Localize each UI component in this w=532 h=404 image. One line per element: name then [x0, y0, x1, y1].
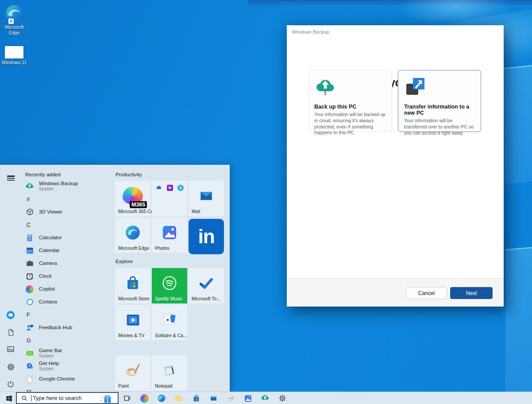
tile-app-group[interactable]: N S — [152, 181, 187, 216]
start-menu-expand-button[interactable] — [6, 171, 15, 181]
app-item-calculator[interactable]: Calculator — [25, 231, 114, 244]
search-icon — [21, 395, 27, 401]
start-app-list: Windows BackupSystem # 3D Viewer C Calcu… — [25, 180, 114, 392]
power-icon — [7, 380, 15, 388]
calculator-icon — [25, 233, 34, 242]
section-letter[interactable]: M — [25, 385, 114, 392]
documents-button[interactable] — [6, 327, 15, 337]
card-title: Back up this PC — [314, 104, 386, 110]
paint-button[interactable] — [226, 393, 235, 403]
app-sublabel: System — [39, 366, 59, 372]
group-header-explore[interactable]: Explore — [116, 259, 133, 264]
tile-label: Notepad — [155, 383, 173, 388]
gift-icon[interactable] — [103, 394, 112, 404]
search-input[interactable] — [32, 395, 96, 402]
tile-label: Photos — [155, 245, 170, 251]
desktop-icon-windows11[interactable]: Windows 11 — [0, 46, 28, 66]
calendar-icon — [25, 246, 34, 255]
start-button[interactable] — [4, 393, 14, 403]
tile-label: Microsoft To... — [192, 296, 220, 301]
cancel-button[interactable]: Cancel — [406, 287, 447, 299]
tile-solitaire[interactable]: ♠ Solitaire & Ca... — [152, 305, 187, 340]
file-thumbnail-icon — [5, 46, 23, 58]
onenote-icon: N — [167, 185, 173, 191]
app-item-google-chrome[interactable]: Google Chrome — [25, 373, 114, 385]
photos-button[interactable] — [243, 393, 253, 403]
gear-icon — [7, 363, 15, 371]
app-item-clock[interactable]: Clock — [25, 270, 114, 283]
group-header-productivity[interactable]: Productivity — [116, 172, 142, 177]
game-bar-icon — [25, 349, 34, 358]
app-label: Calendar — [39, 248, 60, 253]
windows-logo-icon — [5, 395, 13, 402]
file-explorer-button[interactable] — [174, 393, 184, 403]
section-letter[interactable]: F — [25, 308, 114, 321]
tile-microsoft-edge[interactable]: Microsoft Edge — [115, 218, 150, 253]
paint-palette-icon — [115, 358, 150, 383]
taskbar-search-box[interactable] — [16, 392, 119, 404]
desktop-icon-label: Microsoft Edge — [0, 24, 28, 35]
section-letter[interactable]: G — [25, 334, 114, 347]
app-item-3d-viewer[interactable]: 3D Viewer — [25, 206, 114, 218]
cloud-backup-icon — [314, 76, 336, 97]
transfer-to-new-pc-card[interactable]: Transfer information to a new PC Your in… — [398, 70, 481, 132]
mail-button[interactable] — [208, 393, 218, 403]
tile-spotify-music[interactable]: Spotify Music — [152, 268, 187, 303]
app-item-copilot[interactable]: Copilot — [25, 283, 114, 295]
confetti-decoration — [102, 397, 103, 398]
copilot-button[interactable] — [139, 393, 149, 403]
tile-microsoft-365[interactable]: Microsoft 365 Co... M365 — [115, 181, 150, 216]
desktop: Microsoft Edge Windows 11 Windows Backup… — [0, 0, 532, 404]
copilot-icon — [25, 285, 34, 294]
tile-microsoft-todo[interactable]: Microsoft To... — [189, 268, 224, 303]
tile-mail[interactable]: Mail — [189, 181, 224, 216]
next-button[interactable]: Next — [450, 287, 493, 299]
windows-backup-button[interactable] — [260, 393, 270, 403]
app-item-camera[interactable]: Camera — [25, 257, 114, 270]
user-account-button[interactable] — [6, 310, 15, 320]
windows-backup-icon — [25, 182, 34, 191]
edge-button[interactable] — [157, 393, 166, 403]
dialog-footer: Cancel Next — [287, 278, 504, 307]
3d-viewer-icon — [25, 208, 34, 217]
backup-this-pc-card[interactable]: Back up this PC Your information will be… — [308, 70, 392, 132]
app-item-get-help[interactable]: ? Get HelpSystem — [25, 360, 114, 373]
tile-label: Microsoft Store — [118, 296, 150, 301]
recently-added-header: Recently added — [25, 172, 61, 177]
desktop-icon-edge[interactable]: Microsoft Edge — [0, 4, 28, 35]
section-letter[interactable]: C — [25, 218, 114, 231]
tile-paint[interactable]: Paint — [115, 355, 150, 391]
windows-backup-dialog: Windows Backup What would you like to do… — [287, 25, 504, 307]
app-item-calendar[interactable]: Calendar — [25, 244, 114, 257]
task-view-button[interactable] — [122, 393, 132, 403]
app-label: Copilot — [39, 286, 55, 292]
pictures-button[interactable] — [6, 344, 15, 354]
tile-linkedin[interactable]: in — [189, 219, 224, 254]
app-label: Clock — [39, 273, 52, 279]
pictures-icon — [7, 345, 15, 353]
app-label: Cortana — [39, 299, 57, 305]
wallpaper-light-beam — [504, 65, 532, 185]
document-icon — [7, 329, 15, 336]
tile-movies-tv[interactable]: Movies & TV — [115, 305, 150, 340]
app-item-feedback-hub[interactable]: Feedback Hub — [25, 321, 114, 334]
settings-button[interactable] — [6, 362, 15, 372]
microsoft-store-icon — [115, 271, 150, 295]
app-label: Game Bar — [39, 348, 62, 354]
tile-notepad[interactable]: Notepad — [152, 355, 187, 391]
tile-microsoft-store[interactable]: Microsoft Store — [115, 268, 150, 303]
mail-icon — [189, 183, 224, 208]
dialog-title: Windows Backup — [292, 29, 329, 35]
app-item-cortana[interactable]: Cortana — [25, 295, 114, 308]
app-item-windows-backup[interactable]: Windows BackupSystem — [25, 180, 114, 193]
settings-button-taskbar[interactable] — [278, 393, 287, 403]
app-item-game-bar[interactable]: Game BarSystem — [25, 347, 114, 360]
card-title: Transfer information to a new PC — [404, 104, 475, 116]
app-label: 3D Viewer — [39, 209, 62, 215]
power-button[interactable] — [6, 379, 15, 389]
start-menu: Recently added Windows BackupSystem # 3D… — [0, 165, 230, 392]
store-button[interactable] — [191, 393, 201, 403]
section-letter[interactable]: # — [25, 193, 114, 206]
tile-photos[interactable]: Photos — [152, 218, 187, 253]
wallpaper-light-beam — [505, 247, 532, 396]
